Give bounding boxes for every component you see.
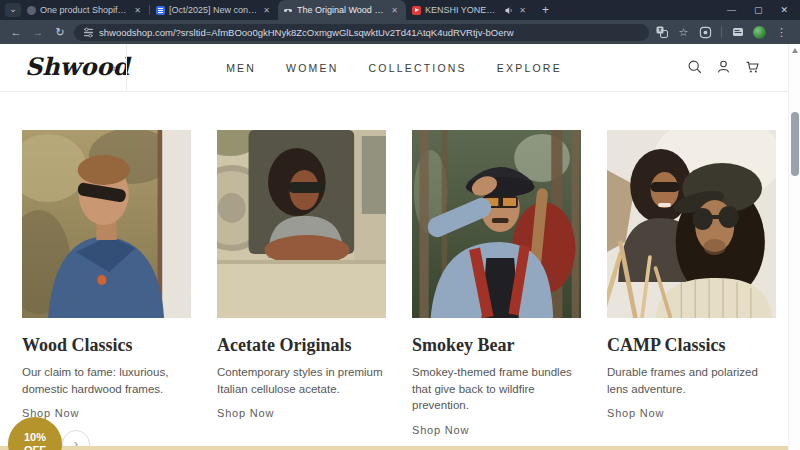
chevron-down-icon: ⌄ [9,4,17,14]
reload-button[interactable]: ↻ [52,26,68,39]
card-description: Contemporary styles in premium Italian c… [217,364,386,397]
browser-window: ⌄ One product Shopify store guid ✕ [Oct/… [0,0,800,450]
card-wood-classics: Wood Classics Our claim to fame: luxurio… [22,130,191,436]
extensions-icon[interactable] [699,26,712,39]
back-button[interactable]: ← [8,26,24,38]
toolbar-right: ☆ ⋮ [655,26,792,39]
badge-percent: 10% [24,431,46,444]
close-icon[interactable]: ✕ [389,6,400,15]
card-smokey-bear: Smokey Bear Smokey-themed frame bundles … [412,130,581,436]
photo-wood-classics [22,130,191,318]
tab-search-button[interactable]: ⌄ [5,3,21,17]
header-icons [687,59,760,74]
photo-woman-van-window[interactable] [217,130,386,318]
tab-title: The Original Wood Sunglasses | [297,5,385,15]
photo-man-denim-jacket[interactable] [22,130,191,318]
card-title: Smokey Bear [412,335,581,356]
tab-strip: ⌄ One product Shopify store guid ✕ [Oct/… [0,0,800,20]
card-description: Durable frames and polarized lens advent… [607,364,776,397]
minimize-button[interactable]: — [727,5,736,15]
photo-camp-classics [607,130,776,318]
bookmark-star-icon[interactable]: ☆ [677,26,690,39]
url-text: shwoodshop.com/?srsltid=AfmBOoo0gkHNyk8Z… [99,27,514,38]
translate-icon[interactable] [655,26,668,39]
photo-couple-outdoors[interactable] [607,130,776,318]
youtube-favicon [412,6,421,15]
window-close-button[interactable]: ✕ [780,5,788,15]
site-nav: MEN WOMEN COLLECTIONS EXPLORE [0,44,788,92]
tab-shopify-guide[interactable]: One product Shopify store guid ✕ [21,0,149,20]
globe-favicon [27,6,36,15]
card-acetate-originals: Acetate Originals Contemporary styles in… [217,130,386,436]
shop-now-link[interactable]: Shop Now [412,424,581,436]
close-icon[interactable]: ✕ [261,6,272,15]
tab-title: One product Shopify store guid [40,5,128,15]
photo-smokey-bear [412,130,581,318]
extension-pin-icon[interactable] [731,26,744,39]
tab-shwood-active[interactable]: The Original Wood Sunglasses | ✕ [278,0,406,20]
scrollbar-thumb[interactable] [791,112,799,176]
card-title: CAMP Classics [607,335,776,356]
account-icon[interactable] [716,59,731,74]
tab-youtube[interactable]: KENSHI YONEZU, HIKARU U ✕ [406,0,534,20]
photo-hiker-forest[interactable] [412,130,581,318]
nav-men[interactable]: MEN [226,62,256,74]
menu-kebab-icon[interactable]: ⋮ [775,26,788,39]
next-section-edge [0,446,788,450]
tab-new-content[interactable]: [Oct/2025] New content - Ha M ✕ [150,0,278,20]
badge-off: OFF [24,444,46,450]
maximize-button[interactable]: ▢ [754,5,763,15]
toolbar-divider [721,26,722,38]
card-title: Acetate Originals [217,335,386,356]
collection-cards: Wood Classics Our claim to fame: luxurio… [22,130,776,436]
shwood-page: Shwood › MEN WOMEN COLLECTIONS EXPLORE [0,44,800,450]
shop-now-link[interactable]: Shop Now [607,407,776,419]
site-header: Shwood › MEN WOMEN COLLECTIONS EXPLORE [0,44,788,92]
tab-title: [Oct/2025] New content - Ha M [169,5,257,15]
nav-explore[interactable]: EXPLORE [497,62,562,74]
shop-now-link[interactable]: Shop Now [217,407,386,419]
card-camp-classics: CAMP Classics Durable frames and polariz… [607,130,776,436]
photo-acetate-originals [217,130,386,318]
address-bar[interactable]: shwoodshop.com/?srsltid=AfmBOoo0gkHNyk8Z… [74,24,649,41]
shop-now-link[interactable]: Shop Now [22,407,191,419]
site-info-icon[interactable] [83,27,94,38]
cart-icon[interactable] [745,59,760,74]
tab-title: KENSHI YONEZU, HIKARU U [425,5,500,15]
nav-women[interactable]: WOMEN [286,62,338,74]
close-icon[interactable]: ✕ [517,6,528,15]
document-favicon [156,6,165,15]
card-description: Smokey-themed frame bundles that give ba… [412,364,581,414]
forward-button[interactable]: → [30,26,46,38]
scroll-up-arrow-icon[interactable] [792,48,798,53]
search-icon[interactable] [687,59,702,74]
close-icon[interactable]: ✕ [132,6,143,15]
page-scrollbar[interactable] [788,44,800,450]
window-controls: — ▢ ✕ [727,5,800,15]
audio-speaker-icon[interactable] [504,6,513,15]
card-description: Our claim to fame: luxurious, domestic h… [22,364,191,397]
nav-collections[interactable]: COLLECTIONS [369,62,467,74]
browser-toolbar: ← → ↻ shwoodshop.com/?srsltid=AfmBOoo0gk… [0,20,800,44]
sunglasses-favicon [284,6,293,15]
profile-avatar[interactable] [753,26,766,39]
card-title: Wood Classics [22,335,191,356]
new-tab-button[interactable]: + [534,3,557,17]
